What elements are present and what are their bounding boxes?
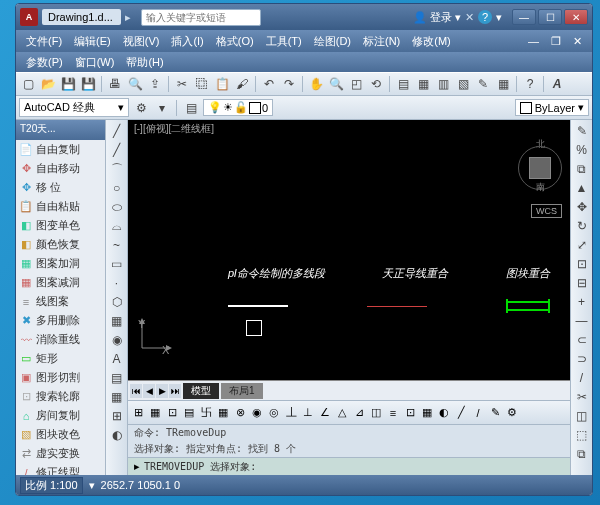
menu-view[interactable]: 视图(V): [117, 34, 166, 49]
layer-combo[interactable]: 💡 ☀ 🔓 0: [203, 99, 273, 116]
panel-item-5[interactable]: ◧颜色恢复: [16, 235, 105, 254]
tab-first-icon[interactable]: ⏮: [130, 384, 142, 398]
coords-display[interactable]: 2652.7 1050.1 0: [101, 479, 181, 491]
draw-tool-14[interactable]: ▦: [108, 388, 126, 406]
panel-item-6[interactable]: ▦图案加洞: [16, 254, 105, 273]
minimize-button[interactable]: —: [512, 9, 536, 25]
draw-tool-12[interactable]: A: [108, 350, 126, 368]
layer-manager-icon[interactable]: ▤: [182, 99, 200, 117]
draw-tool-3[interactable]: ○: [108, 179, 126, 197]
status-icon-13[interactable]: ⊿: [352, 406, 366, 420]
panel-item-15[interactable]: ▧图块改色: [16, 425, 105, 444]
tab-last-icon[interactable]: ⏭: [169, 384, 181, 398]
status-icon-11[interactable]: ∠: [318, 406, 332, 420]
modify-tool-7[interactable]: ⊡: [573, 255, 591, 273]
draw-tool-2[interactable]: ⌒: [108, 160, 126, 178]
modify-tool-14[interactable]: ✂: [573, 388, 591, 406]
document-tab[interactable]: Drawing1.d...: [42, 9, 121, 25]
status-icon-20[interactable]: /: [471, 406, 485, 420]
panel-item-8[interactable]: ≡线图案: [16, 292, 105, 311]
draw-tool-16[interactable]: ◐: [108, 426, 126, 444]
command-input[interactable]: [144, 461, 564, 472]
modify-tool-5[interactable]: ↻: [573, 217, 591, 235]
panel-item-9[interactable]: ✖多用删除: [16, 311, 105, 330]
workspace-save-icon[interactable]: ▾: [153, 99, 171, 117]
open-icon[interactable]: 📂: [39, 75, 57, 93]
status-icon-14[interactable]: ◫: [369, 406, 383, 420]
modify-tool-15[interactable]: ◫: [573, 407, 591, 425]
status-icon-8[interactable]: ◎: [267, 406, 281, 420]
match-icon[interactable]: 🖌: [233, 75, 251, 93]
calc-icon[interactable]: ▦: [494, 75, 512, 93]
viewport-label[interactable]: [-][俯视][二维线框]: [128, 120, 570, 136]
modify-tool-12[interactable]: ⊃: [573, 350, 591, 368]
workspace-gear-icon[interactable]: ⚙: [132, 99, 150, 117]
status-icon-4[interactable]: 卐: [199, 406, 213, 420]
panel-item-11[interactable]: ▭矩形: [16, 349, 105, 368]
draw-tool-0[interactable]: ╱: [108, 122, 126, 140]
draw-tool-5[interactable]: ⌓: [108, 217, 126, 235]
zoom-icon[interactable]: 🔍: [327, 75, 345, 93]
panel-item-7[interactable]: ▦图案减洞: [16, 273, 105, 292]
scale-display[interactable]: 比例 1:100: [20, 477, 83, 494]
draw-tool-4[interactable]: ⬭: [108, 198, 126, 216]
modify-tool-3[interactable]: ▲: [573, 179, 591, 197]
draw-tool-11[interactable]: ◉: [108, 331, 126, 349]
status-icon-2[interactable]: ⊡: [165, 406, 179, 420]
status-icon-1[interactable]: ▦: [148, 406, 162, 420]
tab-prev-icon[interactable]: ◀: [143, 384, 155, 398]
menu-file[interactable]: 文件(F): [20, 34, 68, 49]
properties-icon[interactable]: ▤: [394, 75, 412, 93]
draw-tool-7[interactable]: ▭: [108, 255, 126, 273]
modify-tool-16[interactable]: ⬚: [573, 426, 591, 444]
doc-arrow-icon[interactable]: ▸: [125, 11, 131, 24]
panel-item-14[interactable]: ⌂房间复制: [16, 406, 105, 425]
status-icon-10[interactable]: ⊥: [301, 406, 315, 420]
maximize-button[interactable]: ☐: [538, 9, 562, 25]
modify-tool-9[interactable]: +: [573, 293, 591, 311]
pan-icon[interactable]: ✋: [307, 75, 325, 93]
status-icon-3[interactable]: ▤: [182, 406, 196, 420]
status-icon-15[interactable]: ≡: [386, 406, 400, 420]
toolpalette-icon[interactable]: ▥: [434, 75, 452, 93]
scale-dropdown-icon[interactable]: ▾: [89, 479, 95, 492]
status-icon-0[interactable]: ⊞: [131, 406, 145, 420]
sheetset-icon[interactable]: ▧: [454, 75, 472, 93]
print-icon[interactable]: 🖶: [106, 75, 124, 93]
text-a-icon[interactable]: A: [548, 75, 566, 93]
modify-tool-11[interactable]: ⊂: [573, 331, 591, 349]
modify-tool-1[interactable]: %: [573, 141, 591, 159]
menu-modify[interactable]: 修改(M): [406, 34, 457, 49]
tab-next-icon[interactable]: ▶: [156, 384, 168, 398]
publish-icon[interactable]: ⇪: [146, 75, 164, 93]
doc-restore-icon[interactable]: ❐: [545, 35, 567, 48]
modify-tool-8[interactable]: ⊟: [573, 274, 591, 292]
tab-layout1[interactable]: 布局1: [221, 383, 263, 399]
drawing-canvas[interactable]: 北 南 WCS pl命令绘制的多线段 天正导线重合 图块重合: [128, 136, 570, 380]
view-cube[interactable]: 北 南: [518, 140, 562, 200]
panel-title[interactable]: T20天...: [16, 120, 105, 140]
zoomprev-icon[interactable]: ⟲: [367, 75, 385, 93]
panel-item-1[interactable]: ✥自由移动: [16, 159, 105, 178]
paste-icon[interactable]: 📋: [213, 75, 231, 93]
help-tb-icon[interactable]: ?: [521, 75, 539, 93]
panel-item-17[interactable]: /修正线型: [16, 463, 105, 475]
status-icon-7[interactable]: ◉: [250, 406, 264, 420]
panel-item-12[interactable]: ▣图形切割: [16, 368, 105, 387]
status-icon-19[interactable]: ╱: [454, 406, 468, 420]
designcenter-icon[interactable]: ▦: [414, 75, 432, 93]
draw-tool-6[interactable]: ~: [108, 236, 126, 254]
menu-help[interactable]: 帮助(H): [120, 55, 169, 70]
close-button[interactable]: ✕: [564, 9, 588, 25]
menu-format[interactable]: 格式(O): [210, 34, 260, 49]
markup-icon[interactable]: ✎: [474, 75, 492, 93]
save-icon[interactable]: 💾: [59, 75, 77, 93]
status-icon-12[interactable]: △: [335, 406, 349, 420]
menu-window[interactable]: 窗口(W): [69, 55, 121, 70]
undo-icon[interactable]: ↶: [260, 75, 278, 93]
doc-min-icon[interactable]: —: [522, 35, 545, 47]
draw-tool-13[interactable]: ▤: [108, 369, 126, 387]
draw-tool-10[interactable]: ▦: [108, 312, 126, 330]
menu-draw[interactable]: 绘图(D): [308, 34, 357, 49]
draw-tool-8[interactable]: ·: [108, 274, 126, 292]
